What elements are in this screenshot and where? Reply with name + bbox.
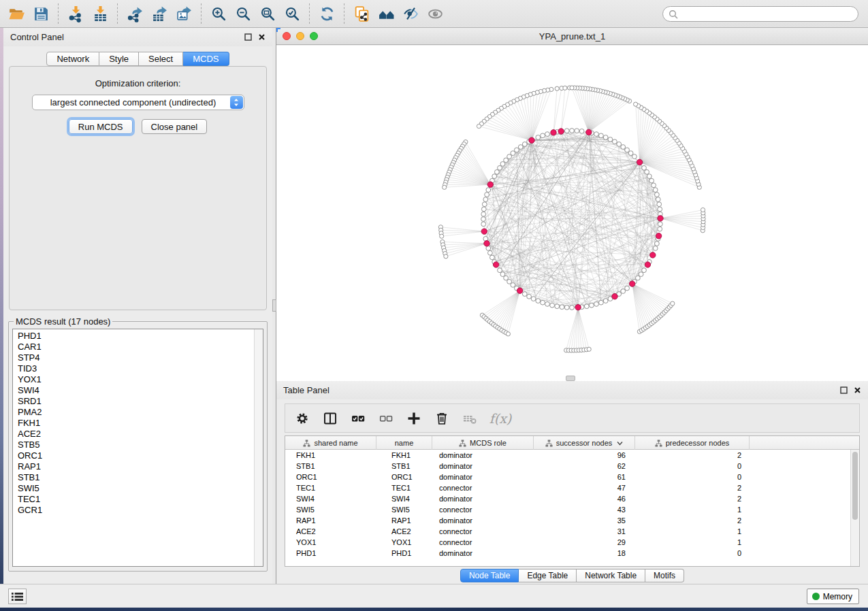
network-node[interactable] xyxy=(507,154,512,159)
mcds-hub-node[interactable] xyxy=(517,288,522,293)
network-node[interactable] xyxy=(621,289,626,294)
table-row[interactable]: SWI4SWI4dominator462 xyxy=(285,493,859,504)
mcds-result-item[interactable]: CAR1 xyxy=(18,342,254,352)
mcds-hub-node[interactable] xyxy=(493,262,498,267)
table-cell[interactable]: 29 xyxy=(534,537,635,548)
mcds-result-item[interactable]: TID3 xyxy=(18,363,254,374)
network-node[interactable] xyxy=(579,129,584,133)
network-node[interactable] xyxy=(570,129,575,133)
add-column-plus-button[interactable] xyxy=(405,410,423,427)
delete-column-trash-button[interactable] xyxy=(433,410,451,427)
tab-motifs[interactable]: Motifs xyxy=(645,569,684,582)
network-node[interactable] xyxy=(653,246,658,251)
mcds-result-item[interactable]: GCR1 xyxy=(18,505,254,516)
mcds-result-item[interactable]: TEC1 xyxy=(18,494,254,505)
table-cell[interactable]: RAP1 xyxy=(376,515,432,526)
network-leaf-node[interactable] xyxy=(570,86,574,90)
table-row[interactable]: ACE2ACE2connector311 xyxy=(285,526,859,537)
network-node[interactable] xyxy=(642,165,647,170)
mcds-hub-node[interactable] xyxy=(612,294,617,299)
zoom-in-button[interactable] xyxy=(206,3,231,24)
mcds-hub-node[interactable] xyxy=(650,252,656,258)
zoom-out-button[interactable] xyxy=(231,3,255,24)
mcds-hub-node[interactable] xyxy=(575,305,581,310)
table-cell[interactable]: connector xyxy=(432,526,534,537)
column-header-shared-name[interactable]: shared name xyxy=(285,436,376,450)
table-cell[interactable]: 47 xyxy=(534,482,635,493)
table-cell[interactable]: dominator xyxy=(432,472,534,482)
table-row[interactable]: STB1STB1dominator620 xyxy=(285,461,859,472)
network-node[interactable] xyxy=(603,135,608,140)
table-cell[interactable]: dominator xyxy=(432,548,534,559)
network-graph[interactable] xyxy=(276,46,868,381)
network-node[interactable] xyxy=(584,304,589,309)
network-node[interactable] xyxy=(655,193,660,197)
network-node[interactable] xyxy=(653,188,658,193)
table-cell[interactable]: dominator xyxy=(432,461,534,472)
column-header-name[interactable]: name xyxy=(376,436,432,450)
network-node[interactable] xyxy=(488,250,493,255)
table-cell[interactable]: 96 xyxy=(534,450,635,461)
table-cell[interactable]: 2 xyxy=(635,450,750,461)
network-node[interactable] xyxy=(490,255,495,260)
table-cell[interactable]: 0 xyxy=(635,548,750,559)
table-cell[interactable]: 43 xyxy=(534,504,635,515)
network-node[interactable] xyxy=(590,303,594,308)
network-node[interactable] xyxy=(560,305,564,310)
mcds-hub-node[interactable] xyxy=(656,233,661,239)
mcds-result-item[interactable]: STB1 xyxy=(18,472,254,483)
network-node[interactable] xyxy=(536,299,541,303)
network-node[interactable] xyxy=(500,162,505,167)
network-node[interactable] xyxy=(518,145,523,150)
mcds-result-item[interactable]: FKH1 xyxy=(18,418,254,429)
network-node[interactable] xyxy=(575,129,579,133)
table-cell[interactable]: ORC1 xyxy=(285,472,376,482)
network-node[interactable] xyxy=(628,151,633,156)
table-cell[interactable]: 1 xyxy=(635,526,750,537)
table-cell[interactable]: TEC1 xyxy=(376,482,432,493)
open-session-button[interactable] xyxy=(4,3,29,24)
network-canvas[interactable] xyxy=(276,46,868,381)
table-cell[interactable]: 62 xyxy=(534,461,635,472)
network-node[interactable] xyxy=(492,174,497,179)
save-session-button[interactable] xyxy=(29,3,53,24)
import-table-button[interactable] xyxy=(88,3,112,24)
column-header-predecessor-nodes[interactable]: predecessor nodes xyxy=(635,436,750,450)
zoom-selected-button[interactable] xyxy=(280,3,304,24)
network-node[interactable] xyxy=(522,292,527,297)
mcds-result-item[interactable]: SWI5 xyxy=(18,483,254,494)
mcds-result-item[interactable]: SWI4 xyxy=(18,385,254,396)
close-table-panel-icon[interactable] xyxy=(854,386,861,394)
table-cell[interactable]: 2 xyxy=(635,482,750,493)
table-row[interactable]: SWI5SWI5connector431 xyxy=(285,504,859,515)
network-node[interactable] xyxy=(511,151,515,156)
mcds-result-item[interactable]: STB5 xyxy=(18,440,254,450)
tab-mcds[interactable]: MCDS xyxy=(183,52,229,66)
network-node[interactable] xyxy=(599,133,604,138)
search-input[interactable] xyxy=(681,7,858,20)
mcds-hub-node[interactable] xyxy=(645,262,650,267)
table-cell[interactable]: 1 xyxy=(635,537,750,548)
network-node[interactable] xyxy=(498,165,502,170)
table-row[interactable]: YOX1YOX1connector291 xyxy=(285,537,859,548)
mcds-result-item[interactable]: ORC1 xyxy=(18,450,254,461)
network-node[interactable] xyxy=(504,158,509,163)
network-node[interactable] xyxy=(486,246,491,251)
tab-style[interactable]: Style xyxy=(99,52,139,66)
network-node[interactable] xyxy=(608,137,613,142)
network-node[interactable] xyxy=(658,222,662,227)
network-node[interactable] xyxy=(564,305,569,310)
node-table[interactable]: shared namenameMCDS rolesuccessor nodesp… xyxy=(285,435,860,567)
mcds-result-list[interactable]: PHD1CAR1STP4TID3YOX1SWI4SRD1PMA2FKH1ACE2… xyxy=(12,329,263,567)
show-columns-button[interactable] xyxy=(321,410,339,427)
network-node[interactable] xyxy=(536,135,541,140)
network-node[interactable] xyxy=(621,145,626,150)
network-node[interactable] xyxy=(495,169,500,174)
table-scrollbar[interactable] xyxy=(850,450,859,566)
table-cell[interactable]: STB1 xyxy=(376,461,432,472)
network-node[interactable] xyxy=(486,188,491,193)
mcds-result-item[interactable]: RAP1 xyxy=(18,461,254,472)
network-leaf-node[interactable] xyxy=(440,234,444,238)
network-node[interactable] xyxy=(649,178,654,183)
network-node[interactable] xyxy=(500,272,505,277)
